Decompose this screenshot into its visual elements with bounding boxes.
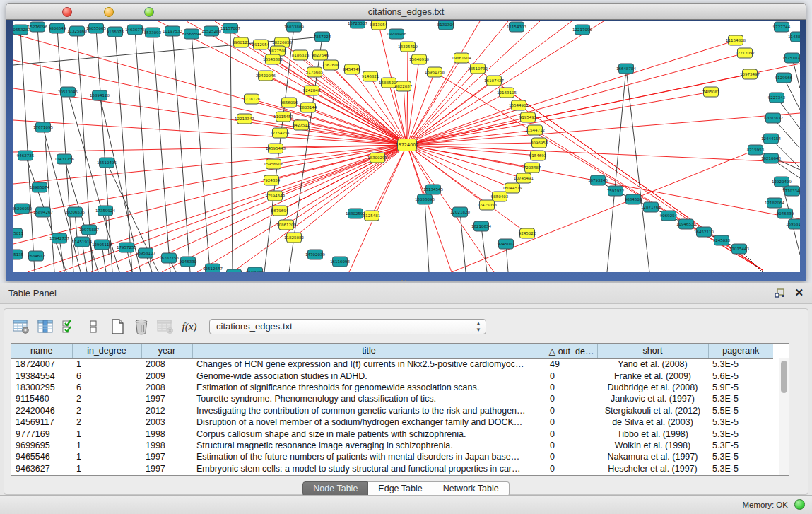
cell-title[interactable]: Genome-wide association studies in ADHD. (192, 370, 546, 381)
graph-node[interactable]: 15640910 (409, 54, 429, 64)
graph-node[interactable]: 16452110 (694, 227, 714, 237)
graph-node[interactable]: 9136076 (107, 27, 124, 37)
cell-in_degree[interactable]: 2 (72, 405, 141, 416)
cell-in_degree[interactable]: 6 (72, 382, 141, 393)
graph-node[interactable]: 8813054 (370, 21, 388, 30)
cell-pagerank[interactable]: 5.3E-5 (708, 428, 773, 439)
cell-year[interactable]: 1998 (141, 428, 192, 439)
cell-year[interactable]: 2003 (141, 416, 192, 428)
merge-rows-icon[interactable] (83, 317, 103, 337)
cell-in_degree[interactable]: 1 (72, 451, 141, 462)
cell-in_degree[interactable]: 1 (72, 463, 141, 474)
graph-node[interactable]: 15525280 (201, 26, 221, 36)
table-row[interactable]: 1872400712008Changes of HCN gene express… (11, 358, 773, 370)
window-titlebar[interactable]: citations_edges.txt (6, 3, 806, 20)
graph-node[interactable]: 16510495 (97, 158, 117, 168)
graph-node[interactable]: 2803144 (300, 103, 317, 112)
graph-node[interactable]: 11154303 (507, 22, 526, 32)
cell-short[interactable]: Stergiakouli et al. (2012) (597, 405, 708, 416)
graph-node[interactable]: 9195493 (519, 112, 537, 122)
graph-node[interactable]: 11438698 (788, 32, 800, 42)
memory-ok-icon[interactable] (794, 499, 805, 510)
cell-pagerank[interactable]: 5.3E-5 (708, 358, 773, 370)
cell-in_degree[interactable]: 2 (72, 393, 141, 404)
graph-node[interactable]: 15894120 (90, 90, 110, 100)
graph-node[interactable]: 10745491 (514, 173, 534, 183)
graph-node[interactable]: 17671095 (33, 122, 53, 132)
cell-pagerank[interactable]: 5.5E-5 (708, 405, 773, 416)
graph-node[interactable]: 20206535 (65, 207, 85, 217)
column-header-year[interactable]: year (141, 344, 192, 358)
cell-year[interactable]: 2009 (141, 370, 192, 381)
vertical-scrollbar[interactable] (779, 358, 789, 475)
cell-title[interactable]: Disruption of a novel member of a sodium… (192, 416, 546, 428)
graph-node[interactable]: 16033809 (284, 22, 304, 32)
graph-node[interactable]: 15056095 (415, 194, 435, 204)
cell-out_degree[interactable]: 0 (546, 393, 597, 404)
graph-node[interactable]: 7203487 (524, 163, 541, 173)
graph-node[interactable]: 5905135 (13, 250, 24, 259)
cell-pagerank[interactable]: 5.3E-5 (708, 416, 773, 428)
graph-node[interactable]: 12566594 (182, 29, 201, 39)
cell-name[interactable]: 9463627 (11, 463, 72, 474)
column-header-short[interactable]: short (597, 344, 708, 358)
table-row[interactable]: 946554611997Estimation of the future num… (11, 451, 773, 462)
graph-node[interactable]: 16648784 (616, 64, 636, 74)
graph-node[interactable]: 12871762 (641, 202, 661, 212)
cell-name[interactable]: 9777169 (11, 428, 72, 439)
table-row[interactable]: 1456911722003Disruption of a novel membe… (11, 416, 773, 428)
graph-node[interactable]: 22420046 (256, 71, 276, 81)
cell-in_degree[interactable]: 2 (72, 416, 141, 428)
table-row[interactable]: 1830029562008Estimation of significance … (11, 382, 773, 393)
graph-node[interactable]: 9129966 (775, 73, 793, 83)
select-rows-icon[interactable] (59, 317, 79, 337)
cell-year[interactable]: 2008 (141, 382, 192, 393)
graph-node[interactable]: 17594349 (265, 191, 285, 201)
cell-out_degree[interactable]: 0 (546, 405, 597, 416)
table-row[interactable]: 977716911998Corpus callosum shape and si… (11, 428, 773, 439)
graph-node[interactable]: 15276096 (28, 22, 47, 32)
graph-node[interactable]: 8454749 (343, 64, 361, 74)
cell-name[interactable]: 14569117 (11, 416, 72, 428)
cell-short[interactable]: Jankovic et al. (1997) (597, 393, 708, 404)
cell-out_degree[interactable]: 0 (546, 370, 597, 381)
graph-node[interactable]: 12475053 (477, 200, 497, 210)
graph-node[interactable]: 12021820 (450, 207, 470, 217)
graph-node[interactable]: 10399004 (245, 267, 265, 272)
graph-node[interactable]: 8960123 (233, 37, 250, 47)
cell-out_degree[interactable]: 0 (546, 416, 597, 428)
graph-node[interactable]: 8822037 (395, 81, 413, 91)
graph-node[interactable]: 17103340 (782, 186, 800, 196)
graph-node[interactable]: 12182064 (765, 198, 784, 208)
cell-short[interactable]: Dudbridge et al. (2008) (597, 382, 708, 393)
graph-node[interactable]: 9227343 (768, 93, 786, 103)
graph-node[interactable]: 14702039 (305, 250, 325, 259)
graph-node[interactable]: 11451914 (72, 237, 92, 247)
graph-node[interactable]: 2718126 (243, 94, 261, 104)
cell-pagerank[interactable]: 5.6E-5 (708, 370, 773, 381)
function-builder-icon[interactable]: f(x) (180, 317, 199, 337)
graph-node[interactable]: 11431756 (54, 154, 74, 164)
graph-node[interactable]: 20513045 (58, 87, 78, 97)
cell-pagerank[interactable]: 5.3E-5 (708, 451, 773, 462)
graph-node[interactable]: 11325860 (67, 26, 87, 36)
graph-node[interactable]: 8215953 (747, 145, 765, 155)
close-panel-icon[interactable]: ✕ (794, 286, 804, 299)
graph-node[interactable]: 3175685 (306, 67, 324, 77)
graph-node[interactable]: 12213343 (235, 114, 254, 124)
table-row[interactable]: 1938455462009Genome-wide association stu… (11, 370, 773, 381)
cell-pagerank[interactable]: 5.3E-5 (708, 463, 773, 474)
graph-node[interactable]: 9856096 (281, 98, 298, 107)
graph-node[interactable]: 16107427 (484, 76, 504, 86)
graph-node[interactable]: 9634508 (625, 194, 642, 204)
graph-node[interactable]: 18510732 (468, 64, 488, 74)
graph-node[interactable]: 9046330 (180, 257, 197, 267)
cell-name[interactable]: 9699695 (11, 440, 72, 451)
graph-node[interactable]: 9727744 (773, 22, 791, 32)
graph-node[interactable]: 8125481 (363, 211, 381, 221)
cell-title[interactable]: Estimation of significance thresholds fo… (192, 382, 546, 393)
tab-node-table[interactable]: Node Table (302, 481, 368, 496)
graph-node[interactable]: 2367608 (322, 60, 340, 70)
graph-node[interactable]: 8679694 (271, 206, 289, 216)
cell-title[interactable]: Structural magnetic resonance image aver… (192, 440, 546, 451)
